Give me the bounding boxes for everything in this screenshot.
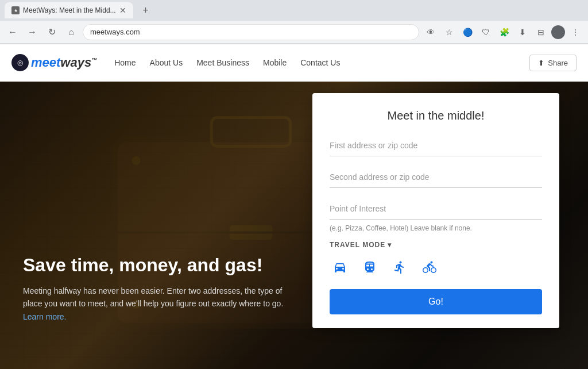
bike-svg: [423, 260, 436, 274]
second-address-input[interactable]: [330, 167, 542, 188]
nav-mobile[interactable]: Mobile: [263, 58, 287, 67]
browser-toolbar: ← → ↻ ⌂ 👁 ☆ 🔵 🛡 🧩 ⬇ ⊟ ⋮: [0, 21, 588, 44]
user-avatar[interactable]: [551, 25, 565, 39]
first-address-input[interactable]: [330, 135, 542, 156]
nav-about[interactable]: About Us: [150, 58, 183, 67]
svg-point-2: [132, 156, 141, 165]
hero-title: Save time, money, and gas!: [23, 254, 287, 276]
new-tab-button[interactable]: +: [138, 2, 154, 18]
website-content: ◎ meetways™ Home About Us Meet Business …: [0, 44, 588, 369]
browser-titlebar: ★ MeetWays: Meet in the Midd... ✕ +: [0, 0, 588, 21]
home-button[interactable]: ⌂: [63, 24, 79, 40]
learn-more-link[interactable]: Learn more.: [23, 312, 66, 321]
card-title: Meet in the middle!: [330, 109, 542, 122]
transit-svg: [363, 260, 377, 274]
car-svg: [333, 260, 347, 274]
hero-description: Meeting halfway has never been easier. E…: [23, 285, 287, 323]
bike-mode-icon[interactable]: [419, 257, 440, 278]
go-button[interactable]: Go!: [330, 289, 542, 314]
bookmark-star-icon[interactable]: ☆: [441, 24, 457, 40]
share-button[interactable]: ⬆ Share: [529, 55, 577, 71]
car-mode-icon[interactable]: [330, 257, 350, 278]
nav-contact[interactable]: Contact Us: [300, 58, 340, 67]
hero-text-block: Save time, money, and gas! Meeting halfw…: [23, 254, 287, 323]
logo-icon: ◎: [11, 54, 29, 71]
share-icon: ⬆: [538, 59, 544, 67]
back-button[interactable]: ←: [5, 24, 21, 40]
hero-section: Save time, money, and gas! Meeting halfw…: [0, 82, 588, 369]
nav-business[interactable]: Meet Business: [196, 58, 249, 67]
tab-close-button[interactable]: ✕: [119, 6, 126, 15]
nav-home[interactable]: Home: [114, 58, 136, 67]
tab-favicon-icon: ★: [11, 6, 20, 14]
eye-slash-icon: 👁: [423, 24, 439, 40]
refresh-button[interactable]: ↻: [44, 24, 60, 40]
address-bar[interactable]: [83, 24, 419, 40]
site-navigation: ◎ meetways™ Home About Us Meet Business …: [0, 44, 588, 82]
toolbar-icons: 👁 ☆ 🔵 🛡 🧩 ⬇ ⊟ ⋮: [423, 24, 583, 40]
tab-title: MeetWays: Meet in the Midd...: [23, 6, 116, 14]
profile-circle-icon[interactable]: 🔵: [459, 24, 475, 40]
save-icon[interactable]: ⬇: [514, 24, 531, 40]
site-logo: ◎ meetways™: [11, 54, 97, 71]
more-menu-icon[interactable]: ⋮: [567, 24, 583, 40]
extensions-icon[interactable]: 🧩: [496, 24, 512, 40]
walk-mode-icon[interactable]: [389, 257, 410, 278]
travel-mode-icons: [330, 257, 542, 278]
transit-mode-icon[interactable]: [359, 257, 380, 278]
walk-svg: [393, 260, 407, 274]
nav-links: Home About Us Meet Business Mobile Conta…: [114, 58, 529, 67]
meet-card: Meet in the middle! (e.g. Pizza, Coffee,…: [312, 93, 559, 328]
poi-hint: (e.g. Pizza, Coffee, Hotel) Leave blank …: [330, 224, 542, 232]
travel-mode-chevron-icon: ▾: [388, 241, 392, 249]
point-of-interest-input[interactable]: [330, 198, 542, 220]
browser-tab[interactable]: ★ MeetWays: Meet in the Midd... ✕: [5, 2, 133, 18]
logo-text: meetways™: [31, 55, 97, 70]
forward-button[interactable]: →: [24, 24, 40, 40]
split-screen-icon[interactable]: ⊟: [533, 24, 549, 40]
share-label: Share: [548, 59, 568, 67]
browser-chrome: ★ MeetWays: Meet in the Midd... ✕ + ← → …: [0, 0, 588, 44]
travel-mode-label: TRAVEL MODE: [330, 241, 385, 249]
shield-icon: 🛡: [478, 24, 494, 40]
travel-mode-dropdown-button[interactable]: TRAVEL MODE ▾: [330, 241, 392, 249]
